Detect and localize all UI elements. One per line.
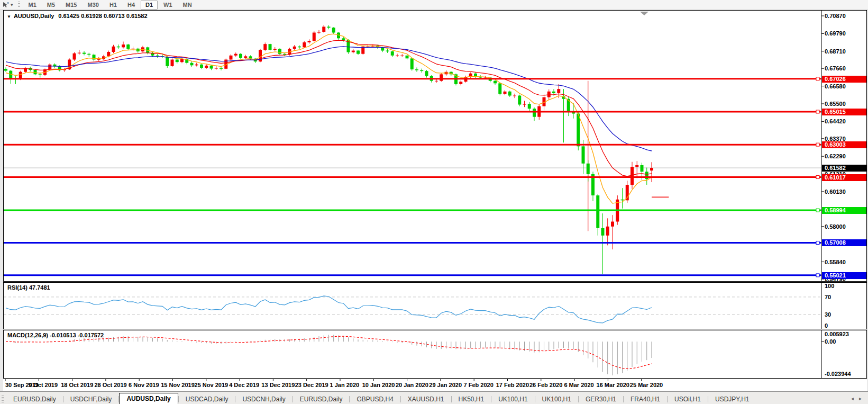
chevron-down-icon[interactable]: ▾ bbox=[11, 2, 13, 7]
price-line-badge: 0.65015 bbox=[822, 109, 866, 115]
price-line-badge: 0.55021 bbox=[822, 272, 866, 279]
rsi-label: RSI(14) 47.7481 bbox=[7, 284, 50, 291]
macd-scale-min: -0.023944 bbox=[825, 371, 851, 377]
price-axis-tick: 0.67660 bbox=[825, 65, 846, 71]
date-axis-label: 4 Dec 2019 bbox=[229, 382, 259, 388]
date-axis-label: 17 Feb 2020 bbox=[496, 382, 529, 388]
date-axis-label: 25 Mar 2020 bbox=[630, 382, 663, 388]
date-axis-label: 1 Jan 2020 bbox=[330, 382, 360, 388]
macd-scale-max: 0.005923 bbox=[825, 331, 849, 337]
price-axis-tick: 0.62290 bbox=[825, 153, 846, 159]
date-axis-label: 18 Oct 2019 bbox=[61, 382, 93, 388]
rsi-chart[interactable] bbox=[4, 283, 866, 329]
timeframe-button-m30[interactable]: M30 bbox=[83, 1, 104, 10]
timeframe-button-d1[interactable]: D1 bbox=[141, 1, 158, 10]
price-axis-tick: 0.58000 bbox=[825, 223, 846, 230]
date-axis-label: 28 Oct 2019 bbox=[94, 382, 126, 388]
chart-tab-ger30-h1[interactable]: GER30,H1 bbox=[579, 394, 623, 404]
chart-tab-usoil-h1[interactable]: USOil,H1 bbox=[668, 394, 708, 404]
rsi-axis-tick: 100 bbox=[825, 283, 834, 289]
date-axis-label: 15 Nov 2019 bbox=[161, 382, 195, 388]
rsi-indicator-panel[interactable]: RSI(14) 47.7481 10070300 bbox=[3, 282, 867, 329]
rsi-axis-tick: 30 bbox=[825, 311, 831, 318]
price-line-badge: 0.58994 bbox=[822, 207, 866, 214]
price-line-badge: 0.67026 bbox=[822, 76, 866, 83]
chart-tab-usdchf-daily[interactable]: USDCHF,Daily bbox=[63, 394, 119, 404]
chart-shift-marker bbox=[640, 12, 648, 15]
price-axis-tick: 0.64420 bbox=[825, 118, 846, 124]
chart-tab-eurusd-daily[interactable]: EURUSD,Daily bbox=[293, 394, 350, 404]
chart-tab-hk50-h1[interactable]: HK50,H1 bbox=[452, 394, 491, 404]
mt4-window: ▾ M1M5M15M30H1H4D1W1MN ▼AUDUSD,Daily0.61… bbox=[0, 0, 868, 404]
price-chart[interactable] bbox=[4, 11, 866, 281]
date-axis: 30 Sep 20199 Oct 201918 Oct 201928 Oct 2… bbox=[3, 379, 867, 391]
date-axis-label: 6 Mar 2020 bbox=[564, 382, 593, 388]
tab-scroll-left-icon[interactable]: ◂ bbox=[851, 396, 854, 401]
chart-cursor-icon[interactable] bbox=[1, 1, 11, 8]
chart-tab-eurusd-daily[interactable]: EURUSD,Daily bbox=[6, 394, 63, 404]
price-axis-tick: 0.55840 bbox=[825, 259, 846, 265]
toolbar-grip[interactable] bbox=[18, 2, 20, 8]
price-line-badge: 0.57008 bbox=[822, 239, 866, 246]
macd-label: MACD(12,26,9) -0.010513 -0.017572 bbox=[7, 332, 104, 338]
chart-tab-uk100-h1[interactable]: UK100,H1 bbox=[491, 394, 534, 404]
chart-tab-usdcad-daily[interactable]: USDCAD,Daily bbox=[179, 394, 235, 404]
timeframe-button-h1[interactable]: H1 bbox=[105, 1, 122, 10]
chart-tab-usdcnh-daily[interactable]: USDCNH,Daily bbox=[235, 394, 292, 404]
date-axis-label: 13 Dec 2019 bbox=[261, 382, 295, 388]
chart-tab-xauusd-h1[interactable]: XAUUSD,H1 bbox=[401, 394, 451, 404]
date-axis-label: 29 Jan 2020 bbox=[429, 382, 462, 388]
price-line-badge: 0.61017 bbox=[822, 174, 866, 181]
timeframe-button-m1[interactable]: M1 bbox=[24, 1, 41, 10]
date-axis-label: 7 Feb 2020 bbox=[463, 382, 493, 388]
chart-tab-fra40-h1[interactable]: FRA40,H1 bbox=[624, 394, 667, 404]
macd-scale-zero: 0.00 bbox=[825, 338, 836, 345]
date-axis-label: 10 Jan 2020 bbox=[362, 382, 395, 388]
price-axis-tick: 0.69790 bbox=[825, 30, 846, 37]
price-axis-tick: 0.60130 bbox=[825, 188, 846, 195]
chart-title: ▼AUDUSD,Daily0.61425 0.61928 0.60713 0.6… bbox=[7, 13, 148, 19]
timeframe-button-w1[interactable]: W1 bbox=[159, 1, 177, 10]
date-axis-label: 16 Mar 2020 bbox=[597, 382, 629, 388]
macd-chart[interactable] bbox=[4, 330, 866, 378]
timeframe-button-h4[interactable]: H4 bbox=[123, 1, 140, 10]
date-axis-label: 26 Feb 2020 bbox=[529, 382, 562, 388]
price-axis-tick: 0.66580 bbox=[825, 83, 846, 89]
chart-tab-usdjpy-h1[interactable]: USDJPY,H1 bbox=[708, 394, 756, 404]
date-axis-label: 9 Oct 2019 bbox=[29, 382, 58, 388]
chart-tab-bar: EURUSD,DailyUSDCHF,DailyAUDUSD,DailyUSDC… bbox=[0, 391, 868, 404]
price-axis-tick: 0.65500 bbox=[825, 101, 846, 107]
date-axis-label: 20 Jan 2020 bbox=[396, 382, 428, 388]
macd-indicator-panel[interactable]: MACD(12,26,9) -0.010513 -0.017572 0.0059… bbox=[3, 330, 867, 379]
price-axis-tick: 0.68710 bbox=[825, 48, 846, 55]
date-axis-label: 25 Nov 2019 bbox=[195, 382, 229, 388]
tabbar-grip[interactable] bbox=[2, 396, 4, 403]
timeframe-button-mn[interactable]: MN bbox=[178, 1, 197, 10]
rsi-axis-tick: 0 bbox=[825, 322, 828, 329]
timeframe-buttons: M1M5M15M30H1H4D1W1MN bbox=[23, 1, 197, 10]
date-axis-label: 6 Nov 2019 bbox=[129, 382, 159, 388]
date-axis-label: 23 Dec 2019 bbox=[295, 382, 328, 388]
timeframe-toolbar: ▾ M1M5M15M30H1H4D1W1MN bbox=[0, 0, 868, 10]
price-axis-tick: 0.70870 bbox=[825, 13, 846, 19]
ohlc-readout: 0.61425 0.61928 0.60713 0.61582 bbox=[58, 13, 147, 19]
collapse-triangle-icon[interactable]: ▼ bbox=[7, 14, 11, 19]
tab-scroll-right-icon[interactable]: ▸ bbox=[859, 396, 862, 401]
chart-tab-uk100-h1[interactable]: UK100,H1 bbox=[535, 394, 578, 404]
current-price-badge: 0.61582 bbox=[822, 165, 866, 172]
symbol-period-label: AUDUSD,Daily bbox=[14, 13, 54, 19]
main-chart-panel[interactable]: ▼AUDUSD,Daily0.61425 0.61928 0.60713 0.6… bbox=[3, 10, 867, 282]
chart-tab-gbpusd-h4[interactable]: GBPUSD,H4 bbox=[350, 394, 400, 404]
timeframe-button-m15[interactable]: M15 bbox=[61, 1, 81, 10]
chart-tab-audusd-daily[interactable]: AUDUSD,Daily bbox=[119, 393, 178, 404]
rsi-axis-tick: 70 bbox=[825, 294, 831, 300]
timeframe-button-m5[interactable]: M5 bbox=[42, 1, 60, 10]
price-line-badge: 0.63003 bbox=[822, 141, 866, 148]
